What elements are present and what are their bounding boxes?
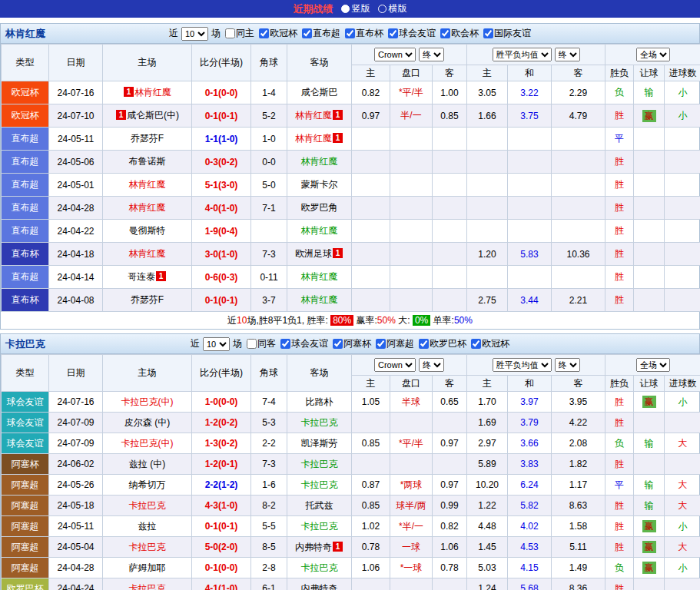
handicap-result: 赢 xyxy=(634,516,665,537)
home-team-name[interactable]: 布鲁诺斯 xyxy=(129,156,166,167)
home-team-name[interactable]: 咸仑斯巴(中) xyxy=(127,110,179,121)
home-cell: 林肯红魔 xyxy=(103,243,192,266)
league-filter[interactable]: 球会友谊 xyxy=(280,337,328,350)
away-team-name[interactable]: 林肯红魔 xyxy=(301,225,338,236)
recent-count-select[interactable]: 10 xyxy=(181,27,208,41)
away-team-name[interactable]: 林肯红魔 xyxy=(295,133,332,144)
away-team-name[interactable]: 内弗特奇 xyxy=(301,583,338,590)
home-team-name[interactable]: 皮尔森 (中) xyxy=(124,417,170,428)
league-filter[interactable]: 欧冠杯 xyxy=(471,337,509,350)
handicap-result: 赢 xyxy=(634,104,665,128)
away-team-name[interactable]: 欧洲足球 xyxy=(295,248,332,259)
league-filter[interactable]: 直布超 xyxy=(302,27,340,40)
away-team-name[interactable]: 咸仑斯巴 xyxy=(301,87,338,98)
home-team-name[interactable]: 哥连泰 xyxy=(128,271,155,282)
handicap-result xyxy=(634,220,665,243)
recent-count-select[interactable]: 10 xyxy=(203,337,230,351)
home-team-name[interactable]: 林肯红魔 xyxy=(129,248,166,259)
home-team-name[interactable]: 乔瑟芬F xyxy=(131,133,164,144)
away-team-name[interactable]: 林肯红魔 xyxy=(295,110,332,121)
league-filter-checkbox[interactable] xyxy=(483,28,493,38)
home-team-name[interactable]: 卡拉巴克 xyxy=(129,542,166,552)
away-team-name[interactable]: 凯泽斯劳 xyxy=(301,438,338,449)
home-team-name[interactable]: 兹拉 xyxy=(138,521,157,532)
score: 0-1(0-1) xyxy=(205,521,238,532)
home-team-name[interactable]: 林肯红魔 xyxy=(129,202,166,213)
home-cell: 萨姆加耶 xyxy=(103,558,192,578)
home-team-name[interactable]: 林肯红魔 xyxy=(134,87,171,98)
league-filter[interactable]: 欧冠杯 xyxy=(259,27,297,40)
away-team-name[interactable]: 林肯红魔 xyxy=(301,271,338,282)
league-filter-checkbox[interactable] xyxy=(280,339,290,349)
odds-time-select[interactable]: 终 xyxy=(419,358,444,372)
scope-select[interactable]: 全场 xyxy=(636,48,670,61)
same-venue-filter[interactable]: 同客 xyxy=(247,337,276,350)
eu-home-odds: 2.75 xyxy=(467,289,508,312)
column-subheader: 让球 xyxy=(634,376,665,392)
same-venue-checkbox[interactable] xyxy=(225,28,235,38)
league-filter[interactable]: 直布杯 xyxy=(345,27,383,40)
away-team-name[interactable]: 比路朴 xyxy=(306,396,333,407)
league-filter[interactable]: 国际友谊 xyxy=(483,27,531,40)
away-team-name[interactable]: 林肯红魔 xyxy=(301,294,338,305)
league-filter-checkbox[interactable] xyxy=(333,339,343,349)
scope-select[interactable]: 全场 xyxy=(636,358,670,372)
bookmaker-select[interactable]: Crown xyxy=(374,48,416,61)
home-team-name[interactable]: 林肯红魔 xyxy=(129,179,166,190)
away-team-name[interactable]: 蒙斯卡尔 xyxy=(301,179,338,190)
league-filter-checkbox[interactable] xyxy=(419,339,429,349)
eu-home-odds xyxy=(467,266,508,289)
handicap-result xyxy=(634,197,665,220)
odds-time-select[interactable]: 终 xyxy=(555,48,580,61)
away-team-name[interactable]: 卡拉巴克 xyxy=(301,479,338,490)
away-team-name[interactable]: 林肯红魔 xyxy=(301,156,338,167)
column-header: 角球 xyxy=(251,45,287,81)
away-team-name[interactable]: 托武兹 xyxy=(306,500,333,511)
league-filter[interactable]: 欧会杯 xyxy=(440,27,479,40)
home-team-name[interactable]: 纳希切万 xyxy=(129,479,166,490)
league-filter[interactable]: 阿塞杯 xyxy=(333,337,371,350)
match-row: 直布超24-04-22曼彻斯特1-9(0-4)林肯红魔胜 xyxy=(2,220,700,243)
away-team-name[interactable]: 卡拉巴克 xyxy=(301,521,338,532)
euro-odds-select[interactable]: 胜平负均值 xyxy=(493,48,552,61)
away-team-name[interactable]: 欧罗巴角 xyxy=(301,202,338,213)
same-venue-checkbox[interactable] xyxy=(247,339,257,349)
away-team-name[interactable]: 卡拉巴克 xyxy=(301,459,338,469)
league-filter[interactable]: 球会友谊 xyxy=(388,27,436,40)
same-venue-filter[interactable]: 同主 xyxy=(225,27,254,40)
league-filter-checkbox[interactable] xyxy=(388,28,398,38)
tables-container: 林肯红魔近10场同主欧冠杯直布超直布杯球会友谊欧会杯国际友谊类型日期主场比分(半… xyxy=(0,23,700,590)
league-filter-checkbox[interactable] xyxy=(259,28,269,38)
league-type-badge: 阿塞超 xyxy=(2,516,49,537)
home-team-name[interactable]: 卡拉巴克(中) xyxy=(121,396,174,407)
league-filter-checkbox[interactable] xyxy=(471,339,481,349)
home-team-name[interactable]: 萨姆加耶 xyxy=(129,562,166,573)
league-filter-checkbox[interactable] xyxy=(440,28,450,38)
home-team-name[interactable]: 曼彻斯特 xyxy=(129,225,166,236)
euro-odds-select[interactable]: 胜平负均值 xyxy=(493,358,552,372)
results-table: 类型日期主场比分(半场)角球客场Crown终胜平负均值终全场主盘口客主和客胜负让… xyxy=(1,354,700,590)
layout-option-horizontal[interactable]: 横版 xyxy=(378,2,407,15)
league-filter-checkbox[interactable] xyxy=(376,339,386,349)
league-filter[interactable]: 阿塞超 xyxy=(376,337,414,350)
home-team-name[interactable]: 乔瑟芬F xyxy=(131,294,164,305)
league-filter-checkbox[interactable] xyxy=(302,28,312,38)
layout-option-vertical[interactable]: 竖版 xyxy=(341,2,370,15)
goals-result: 小 xyxy=(665,104,700,128)
summary-segment: 50% xyxy=(454,315,473,326)
ah-home-odds: 0.82 xyxy=(352,81,390,104)
league-filter-checkbox[interactable] xyxy=(345,28,355,38)
home-team-name[interactable]: 卡拉巴克 xyxy=(129,583,166,590)
home-team-name[interactable]: 卡拉巴克(中) xyxy=(121,438,174,449)
home-team-name[interactable]: 卡拉巴克 xyxy=(129,500,166,511)
ah-handicap: *两球 xyxy=(390,475,433,496)
league-filter[interactable]: 欧罗巴杯 xyxy=(419,337,466,350)
away-team-name[interactable]: 内弗特奇 xyxy=(295,542,332,552)
away-team-name[interactable]: 卡拉巴克 xyxy=(301,417,338,428)
bookmaker-select[interactable]: Crown xyxy=(374,358,416,372)
away-team-name[interactable]: 卡拉巴克 xyxy=(301,562,338,573)
odds-time-select[interactable]: 终 xyxy=(555,358,580,372)
odds-time-select[interactable]: 终 xyxy=(419,48,444,61)
home-team-name[interactable]: 兹拉 (中) xyxy=(129,459,165,469)
match-date: 24-07-16 xyxy=(49,81,103,104)
